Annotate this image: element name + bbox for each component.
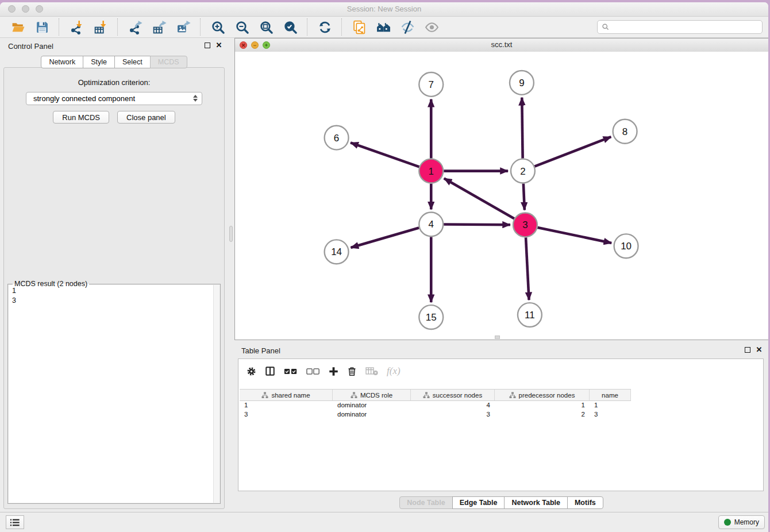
tab-style[interactable]: Style: [83, 56, 115, 68]
close-view-icon[interactable]: ✕: [240, 41, 247, 49]
column-header-mcds-role[interactable]: MCDS role: [333, 390, 411, 400]
import-network-button[interactable]: [67, 18, 86, 36]
select-all-button[interactable]: [284, 367, 298, 376]
refresh-button[interactable]: [315, 18, 334, 36]
graph-node-9[interactable]: 9: [510, 71, 534, 95]
maximize-view-icon[interactable]: +: [263, 41, 270, 49]
graph-node-label: 10: [621, 241, 632, 252]
close-window-icon[interactable]: [8, 5, 16, 13]
toolbar-divider: [200, 18, 201, 36]
table-cell: 3: [411, 410, 495, 419]
zoom-fit-button[interactable]: [257, 18, 275, 36]
graph-node-14[interactable]: 14: [325, 240, 349, 264]
criterion-select[interactable]: strongly connected component: [26, 92, 202, 105]
graph-node-8[interactable]: 8: [613, 119, 637, 144]
column-header-predecessor-nodes[interactable]: predecessor nodes: [495, 390, 590, 400]
zoom-out-button[interactable]: [233, 18, 251, 36]
graph-node-15[interactable]: 15: [419, 305, 443, 329]
network-canvas[interactable]: 7968124314101511: [235, 52, 768, 340]
minimize-view-icon[interactable]: −: [251, 41, 259, 49]
deselect-all-button[interactable]: [306, 367, 320, 376]
table-cell: 3: [590, 410, 631, 419]
graph-edge-3-10[interactable]: [537, 228, 611, 243]
canvas-resize-handle[interactable]: [495, 336, 500, 339]
graph-node-10[interactable]: 10: [614, 234, 638, 258]
create-column-button[interactable]: [329, 367, 338, 376]
search-icon: [602, 23, 610, 31]
tab-network-table[interactable]: Network Table: [504, 496, 568, 509]
graph-edge-3-1[interactable]: [444, 178, 514, 218]
toolbar-divider: [59, 18, 60, 36]
column-header-shared-name[interactable]: shared name: [240, 390, 333, 400]
function-builder-button: f(x): [387, 365, 401, 377]
column-header-name[interactable]: name: [590, 390, 631, 400]
task-history-button[interactable]: [6, 515, 24, 529]
network-from-selection-button[interactable]: [350, 18, 368, 36]
graph-node-4[interactable]: 4: [419, 212, 443, 236]
graph-edge-3-11[interactable]: [526, 237, 529, 300]
tab-motifs[interactable]: Motifs: [567, 496, 603, 509]
float-panel-icon[interactable]: [205, 43, 210, 48]
graph-edge-2-3[interactable]: [523, 184, 525, 210]
graph-edge-4-14[interactable]: [351, 228, 419, 248]
graph-node-6[interactable]: 6: [325, 126, 349, 150]
zoom-selected-button[interactable]: [281, 18, 299, 36]
hide-selected-button[interactable]: [398, 18, 417, 36]
close-table-panel-icon[interactable]: [756, 346, 763, 353]
export-table-button[interactable]: [150, 18, 168, 36]
delete-columns-button[interactable]: [347, 366, 357, 376]
maximize-window-icon[interactable]: [36, 5, 43, 13]
tab-edge-table[interactable]: Edge Table: [452, 496, 505, 509]
mcds-result-group: MCDS result (2 nodes) 13: [7, 284, 221, 504]
export-image-button[interactable]: [174, 18, 192, 36]
search-box[interactable]: [597, 20, 763, 34]
import-table-button[interactable]: [91, 18, 110, 36]
graph-edge-1-6[interactable]: [351, 142, 419, 167]
table-row[interactable]: 1dominator411: [240, 400, 631, 410]
first-neighbors-button[interactable]: [374, 18, 392, 36]
tab-network[interactable]: Network: [41, 56, 83, 68]
tab-mcds[interactable]: MCDS: [150, 56, 187, 68]
main-toolbar: [0, 17, 768, 38]
table-mode-button[interactable]: [247, 367, 256, 376]
table-row[interactable]: 3dominator323: [240, 410, 631, 419]
refresh-icon: [318, 20, 332, 34]
close-panel-button[interactable]: Close panel: [117, 111, 175, 124]
open-session-button[interactable]: [9, 18, 27, 36]
memory-button[interactable]: Memory: [718, 515, 765, 529]
save-session-button[interactable]: [33, 18, 51, 36]
tab-select[interactable]: Select: [114, 56, 151, 68]
float-table-panel-icon[interactable]: [745, 347, 750, 353]
graph-node-3[interactable]: 3: [513, 213, 537, 237]
close-panel-icon[interactable]: [215, 42, 222, 49]
minimize-window-icon[interactable]: [22, 5, 29, 13]
graph-node-7[interactable]: 7: [419, 72, 443, 97]
table-cell: 2: [495, 410, 590, 419]
zoom-in-button[interactable]: [209, 18, 227, 36]
toolbar-divider: [341, 18, 342, 36]
titlebar: Session: New Session: [0, 2, 768, 17]
export-network-button[interactable]: [126, 18, 144, 36]
table-cell: 1: [495, 400, 590, 410]
list-icon: [10, 518, 20, 527]
graph-node-label: 3: [522, 219, 528, 230]
table-cell: dominator: [333, 410, 411, 419]
function-builder-icon: f(x): [387, 365, 401, 377]
graph-node-1[interactable]: 1: [419, 159, 443, 183]
column-header-successor-nodes[interactable]: successor nodes: [411, 390, 495, 400]
network-view-title: scc.txt: [235, 38, 768, 51]
result-scrollbar[interactable]: [213, 285, 220, 503]
search-input[interactable]: [613, 22, 758, 32]
show-columns-button[interactable]: [265, 366, 275, 376]
network-window-titlebar[interactable]: ✕ − + scc.txt: [235, 38, 768, 52]
splitter-handle[interactable]: [229, 226, 233, 242]
table-header-row: shared nameMCDS rolesuccessor nodesprede…: [240, 389, 631, 401]
graph-edge-4-3[interactable]: [444, 225, 510, 225]
graph-edge-2-8[interactable]: [534, 137, 611, 167]
graph-node-11[interactable]: 11: [518, 303, 542, 327]
run-mcds-button[interactable]: Run MCDS: [53, 111, 109, 124]
graph-node-label: 11: [525, 310, 535, 321]
graph-node-2[interactable]: 2: [511, 159, 535, 183]
graph-edge-2-9[interactable]: [522, 98, 522, 159]
tab-node-table[interactable]: Node Table: [399, 496, 452, 509]
